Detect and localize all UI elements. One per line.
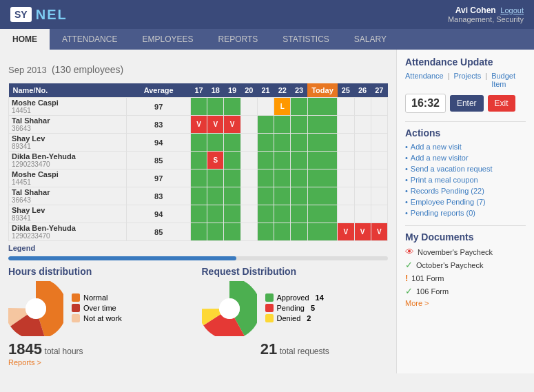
col-today: Today (307, 83, 338, 98)
hours-legend: Normal Over time Not at work (72, 293, 122, 324)
not-at-work-dot (72, 314, 80, 322)
doc-101-form[interactable]: ! 101 Form (405, 273, 526, 283)
nav-reports[interactable]: REPORTS (205, 29, 270, 50)
logo-text: NEL (36, 7, 68, 23)
legend-not-at-work: Not at work (72, 314, 122, 322)
legend-overtime: Over time (72, 304, 122, 312)
action-add-visit[interactable]: Add a new visit (405, 143, 526, 151)
nav-employees[interactable]: EMPLOYEES (130, 29, 205, 50)
doc-nov-label: November's Paycheck (418, 248, 493, 256)
legend-denied: Denied 2 (265, 314, 324, 322)
action-records-pending[interactable]: Records Pending (22) (405, 187, 526, 195)
employee-name-cell: Dikla Ben-Yehuda 1290233470 (9, 223, 127, 241)
doc-october-paycheck[interactable]: ✓ October's Paycheck (405, 260, 526, 270)
total-requests: 21 total requests (202, 340, 389, 358)
table-row: Dikla Ben-Yehuda 1290233470 85 V (9, 223, 388, 241)
hours-pie-container: Normal Over time Not at work (8, 281, 195, 336)
exit-button[interactable]: Exit (488, 95, 515, 112)
action-meal-coupon[interactable]: Print a meal coupon (405, 176, 526, 184)
action-vacation-request[interactable]: Send a vacation request (405, 165, 526, 173)
actions-title: Actions (405, 127, 526, 138)
table-row: Moshe Caspi 14451 97 L (9, 98, 388, 116)
time-display: 16:32 Enter Exit (405, 94, 526, 113)
scroll-indicator[interactable] (8, 256, 388, 260)
table-row: Tal Shahar 36643 83 (9, 187, 388, 205)
table-row: Moshe Caspi 14451 97 (9, 169, 388, 187)
documents-section: My Documents 👁 November's Paycheck ✓ Oct… (405, 231, 526, 307)
nav-salary[interactable]: SALARY (342, 29, 399, 50)
employee-name-cell: Moshe Caspi 14451 (9, 98, 127, 116)
col-27: 27 (371, 83, 387, 98)
table-row: Shay Lev 89341 94 (9, 134, 388, 152)
nav-attendance[interactable]: ATTENDANCE (50, 29, 130, 50)
normal-dot (72, 293, 80, 302)
logo-box: SY (10, 7, 32, 22)
total-hours-label: total hours (45, 347, 83, 356)
check-icon-2: ✓ (405, 286, 413, 296)
legend-label[interactable]: Legend (8, 244, 35, 252)
denied-dot (265, 314, 274, 322)
request-pie-chart (202, 281, 257, 336)
nav-home[interactable]: HOME (0, 29, 50, 50)
scroll-thumb (8, 256, 236, 260)
total-requests-value: 21 (260, 340, 277, 358)
exclaim-icon: ! (405, 273, 408, 283)
doc-oct-label: October's Paycheck (416, 261, 483, 269)
left-panel: Sep 2013 (130 employees) Name/No. Averag… (0, 50, 396, 373)
doc-november-paycheck[interactable]: 👁 November's Paycheck (405, 247, 526, 257)
request-distribution: Request Distribution (202, 266, 389, 367)
user-name: Avi Cohen (455, 6, 496, 15)
total-requests-label: total requests (280, 347, 329, 356)
pending-dot (265, 304, 274, 312)
reports-link[interactable]: Reports > (8, 358, 195, 367)
action-pending-reports[interactable]: Pending reports (0) (405, 209, 526, 217)
divider-2 (405, 225, 526, 226)
hours-dist-title: Hours distribution (8, 266, 195, 277)
overtime-dot (72, 304, 80, 312)
col-19: 19 (224, 83, 240, 98)
col-26: 26 (354, 83, 371, 98)
employee-name-cell: Shay Lev 89341 (9, 205, 127, 223)
table-row: Dikla Ben-Yehuda 1290233470 85 S (9, 152, 388, 169)
col-18: 18 (207, 83, 224, 98)
tab-projects[interactable]: Projects (454, 72, 482, 88)
logout-link[interactable]: Logout (500, 6, 524, 14)
doc-106-form[interactable]: ✓ 106 Form (405, 286, 526, 296)
check-icon-1: ✓ (405, 260, 413, 270)
approved-value: 14 (316, 293, 324, 302)
tab-attendance[interactable]: Attendance (405, 72, 444, 88)
attendance-tabs: Attendance | Projects | Budget Item (405, 72, 526, 88)
legend-normal: Normal (72, 293, 122, 302)
col-20: 20 (240, 83, 257, 98)
right-panel: Attendance Update Attendance | Projects … (396, 50, 534, 373)
overtime-label: Over time (83, 304, 116, 312)
doc-101-label: 101 Form (411, 274, 444, 282)
enter-button[interactable]: Enter (450, 95, 484, 112)
page-subtitle: (130 employees) (52, 64, 123, 75)
action-add-visitor[interactable]: Add a new visitor (405, 154, 526, 162)
time-value: 16:32 (405, 94, 446, 113)
col-25: 25 (338, 83, 354, 98)
request-pie-container: Approved 14 Pending 5 Denied 2 (202, 281, 389, 336)
tab-budget-item[interactable]: Budget Item (491, 72, 526, 88)
employee-name-cell: Dikla Ben-Yehuda 1290233470 (9, 152, 127, 169)
more-link[interactable]: More > (405, 299, 526, 307)
col-22: 22 (274, 83, 291, 98)
attendance-table: Name/No. Average 17 18 19 20 21 22 23 To… (8, 83, 388, 241)
approved-dot (265, 293, 274, 302)
normal-label: Normal (83, 293, 107, 302)
legend-pending: Pending 5 (265, 304, 324, 312)
action-employee-pending[interactable]: Employee Pending (7) (405, 198, 526, 206)
col-name: Name/No. (9, 83, 127, 98)
svg-point-3 (25, 298, 46, 319)
hours-distribution: Hours distribution (8, 266, 195, 367)
hours-pie-chart (8, 281, 63, 336)
nav-statistics[interactable]: STATISTICS (270, 29, 342, 50)
documents-title: My Documents (405, 231, 526, 243)
bottom-section: Hours distribution (8, 266, 388, 367)
legend-row: Legend (8, 241, 388, 255)
col-23: 23 (291, 83, 307, 98)
employee-name-cell: Tal Shahar 36643 (9, 187, 127, 205)
page-header: Sep 2013 (130 employees) (8, 56, 388, 78)
attendance-table-container: Name/No. Average 17 18 19 20 21 22 23 To… (8, 83, 388, 241)
